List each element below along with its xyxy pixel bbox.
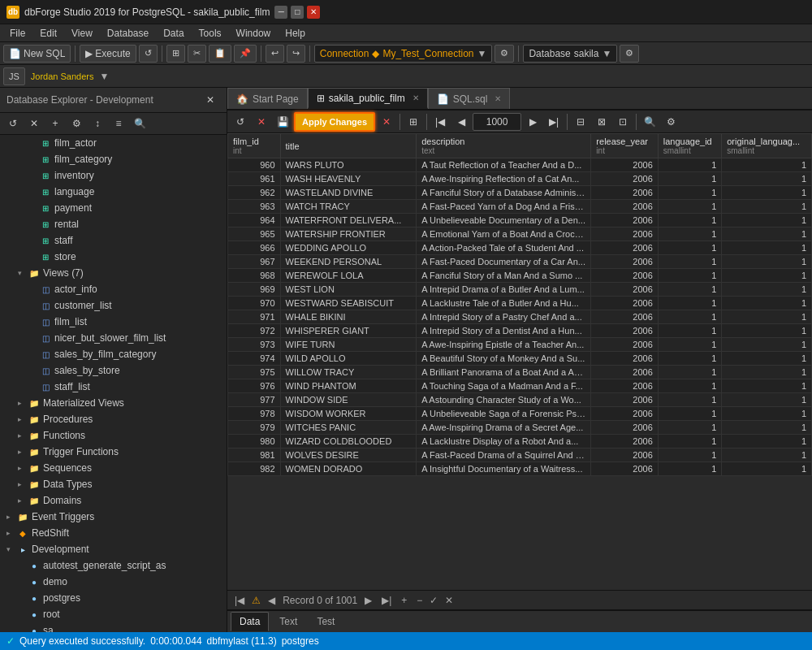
table-cell[interactable]: 2006 <box>591 214 658 228</box>
table-cell[interactable]: 2006 <box>591 448 658 462</box>
table-cell[interactable]: 2006 <box>591 462 658 476</box>
next-page[interactable]: ▶ <box>523 113 542 131</box>
table-row[interactable]: 982WOMEN DORADOA Insightful Documentary … <box>228 462 812 476</box>
table-cell[interactable]: 2006 <box>591 158 658 172</box>
sort-tree[interactable]: ↕ <box>88 115 107 132</box>
table-cell[interactable]: A Unbelieveable Documentary of a Den... <box>417 214 591 228</box>
menu-item-view[interactable]: View <box>65 26 99 41</box>
status-next[interactable]: ▶ <box>362 595 374 606</box>
tree-node-sa[interactable]: ● sa <box>0 622 227 632</box>
table-cell[interactable]: A Fanciful Story of a Database Administ.… <box>417 186 591 200</box>
table-cell[interactable]: A Insightful Documentary of a Waitress..… <box>417 462 591 476</box>
table-cell[interactable]: WEDDING APOLLO <box>280 241 417 255</box>
table-cell[interactable]: 1 <box>722 393 812 407</box>
table-cell[interactable]: 1 <box>658 255 721 269</box>
table-cell[interactable]: WEEKEND PERSONAL <box>280 255 417 269</box>
tree-node-film_category[interactable]: ⊞ film_category <box>0 151 227 167</box>
col-header-language_id[interactable]: language_idsmallint <box>658 134 721 158</box>
table-cell[interactable]: A Awe-Inspiring Reflection of a Cat An..… <box>417 172 591 186</box>
filter-tree[interactable]: ⚙ <box>67 115 86 132</box>
menu-item-tools[interactable]: Tools <box>192 26 228 41</box>
table-cell[interactable]: 1 <box>658 283 721 297</box>
table-cell[interactable]: 1 <box>722 435 812 448</box>
table-cell[interactable]: WASTELAND DIVINE <box>280 186 417 200</box>
refresh-tree[interactable]: ↺ <box>3 115 23 132</box>
menu-item-help[interactable]: Help <box>279 26 312 41</box>
tab-close-1[interactable]: ✕ <box>412 93 419 102</box>
add-connection[interactable]: + <box>45 115 65 132</box>
table-cell[interactable]: WIFE TURN <box>280 338 417 352</box>
tree-node-nicer_but_slower_film_list[interactable]: ◫ nicer_but_slower_film_list <box>0 330 227 346</box>
table-cell[interactable]: 967 <box>228 255 281 269</box>
table-cell[interactable]: 2006 <box>591 379 658 393</box>
table-cell[interactable]: 979 <box>228 421 281 435</box>
toolbar-btn2[interactable]: ✂ <box>188 45 206 63</box>
table-cell[interactable]: 2006 <box>591 366 658 379</box>
table-cell[interactable]: 2006 <box>591 435 658 448</box>
table-row[interactable]: 963WATCH TRACYA Fast-Paced Yarn of a Dog… <box>228 200 812 214</box>
table-row[interactable]: 977WINDOW SIDEA Astounding Character Stu… <box>228 393 812 407</box>
tree-node-data-types[interactable]: ▸ 📁 Data Types <box>0 476 227 492</box>
tree-option1[interactable]: ≡ <box>109 115 128 132</box>
refresh-button[interactable]: ↺ <box>139 45 158 63</box>
table-cell[interactable]: 981 <box>228 448 281 462</box>
table-cell[interactable]: WIZARD COLDBLOODED <box>280 435 417 448</box>
table-cell[interactable]: 1 <box>722 421 812 435</box>
tree-option2[interactable]: 🔍 <box>130 115 149 132</box>
toolbar-btn3[interactable]: 📋 <box>209 45 231 63</box>
tree-node-sequences[interactable]: ▸ 📁 Sequences <box>0 460 227 476</box>
table-cell[interactable]: 2006 <box>591 407 658 421</box>
col-header-film_id[interactable]: film_idint <box>228 134 281 158</box>
tree-node-store[interactable]: ⊞ store <box>0 249 227 265</box>
col-header-original_languag...[interactable]: original_languag...smallint <box>722 134 812 158</box>
tree-node-actor_info[interactable]: ◫ actor_info <box>0 281 227 297</box>
cancel-grid[interactable]: ✕ <box>252 113 271 131</box>
table-cell[interactable]: 962 <box>228 186 281 200</box>
table-cell[interactable]: 1 <box>722 407 812 421</box>
prev-page[interactable]: ◀ <box>451 113 471 131</box>
table-cell[interactable]: A Intrepid Story of a Pastry Chef And a.… <box>417 310 591 324</box>
tree-node-functions[interactable]: ▸ 📁 Functions <box>0 427 227 444</box>
table-cell[interactable]: 2006 <box>591 297 658 310</box>
table-cell[interactable]: 2006 <box>591 200 658 214</box>
status-add[interactable]: + <box>399 595 409 606</box>
refresh-grid[interactable]: ↺ <box>231 113 250 131</box>
table-cell[interactable]: A Astounding Character Study of a Wo... <box>417 393 591 407</box>
table-cell[interactable]: WATERFRONT DELIVERA... <box>280 214 417 228</box>
table-cell[interactable]: 1 <box>658 421 721 435</box>
table-cell[interactable]: A Lacklustre Tale of a Butler And a Hu..… <box>417 297 591 310</box>
table-cell[interactable]: WATCH TRACY <box>280 200 417 214</box>
cancel-changes[interactable]: ✕ <box>377 113 396 131</box>
col-header-title[interactable]: title <box>280 134 417 158</box>
table-cell[interactable]: A Fanciful Story of a Man And a Sumo ... <box>417 269 591 283</box>
table-cell[interactable]: A Taut Reflection of a Teacher And a D..… <box>417 158 591 172</box>
table-cell[interactable]: 1 <box>658 393 721 407</box>
table-cell[interactable]: 2006 <box>591 338 658 352</box>
options-btn[interactable]: ⚙ <box>661 113 680 131</box>
table-cell[interactable]: 1 <box>658 448 721 462</box>
tree-node-payment[interactable]: ⊞ payment <box>0 200 227 216</box>
tree-node-rental[interactable]: ⊞ rental <box>0 216 227 232</box>
table-cell[interactable]: 1 <box>658 407 721 421</box>
tree-node-views-(7)[interactable]: ▾ 📁 Views (7) <box>0 265 227 281</box>
table-cell[interactable]: 1 <box>658 214 721 228</box>
tree-node-domains[interactable]: ▸ 📁 Domains <box>0 492 227 509</box>
table-cell[interactable]: A Intrepid Drama of a Butler And a Lum..… <box>417 283 591 297</box>
table-cell[interactable]: 2006 <box>591 310 658 324</box>
tab-0[interactable]: 🏠Start Page <box>227 88 308 109</box>
table-cell[interactable]: 1 <box>658 366 721 379</box>
table-cell[interactable]: 970 <box>228 297 281 310</box>
table-cell[interactable]: 1 <box>722 241 812 255</box>
table-row[interactable]: 965WATERSHIP FRONTIERA Emotional Yarn of… <box>228 228 812 241</box>
menu-item-file[interactable]: File <box>3 26 32 41</box>
table-row[interactable]: 968WEREWOLF LOLAA Fanciful Story of a Ma… <box>228 269 812 283</box>
table-cell[interactable]: A Brilliant Panorama of a Boat And a As.… <box>417 366 591 379</box>
table-cell[interactable]: 960 <box>228 158 281 172</box>
status-cancel[interactable]: ✕ <box>443 595 456 606</box>
table-cell[interactable]: 1 <box>658 379 721 393</box>
table-cell[interactable]: 1 <box>722 324 812 338</box>
table-cell[interactable]: 1 <box>658 297 721 310</box>
tree-node-film_actor[interactable]: ⊞ film_actor <box>0 135 227 151</box>
save-icon[interactable]: 💾 <box>273 113 292 131</box>
table-cell[interactable]: A Awe-Inspiring Epistle of a Teacher An.… <box>417 338 591 352</box>
